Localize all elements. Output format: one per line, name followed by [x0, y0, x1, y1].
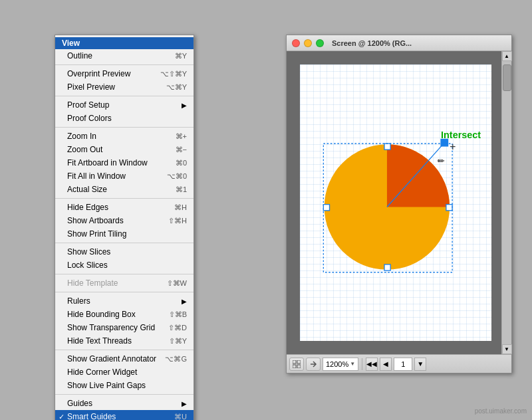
- separator: [55, 64, 194, 65]
- svg-rect-2: [293, 365, 296, 368]
- scrollbar-thumb[interactable]: [503, 64, 511, 91]
- menu-item-rulers[interactable]: Rulers ▶: [55, 294, 194, 308]
- canvas-window: Screen @ 1200% (RG...: [286, 35, 512, 373]
- selection-handle[interactable]: [384, 264, 390, 270]
- canvas-titlebar: Screen @ 1200% (RG...: [287, 35, 511, 51]
- menu-item-hide-bounding-box[interactable]: Hide Bounding Box ⇧⌘B: [55, 308, 194, 321]
- menu-item-hide-corner-widget[interactable]: Hide Corner Widget: [55, 366, 194, 379]
- menu-item-outline[interactable]: Outline ⌘Y: [55, 49, 194, 62]
- menu-item-show-gradient-annotator[interactable]: Show Gradient Annotator ⌥⌘G: [55, 352, 194, 366]
- menu-item-show-transparency-grid[interactable]: Show Transparency Grid ⇧⌘D: [55, 321, 194, 334]
- watermark: post.uimaker.com: [475, 407, 527, 415]
- menu-item-actual-size[interactable]: Actual Size ⌘1: [55, 183, 194, 196]
- share-button[interactable]: [306, 358, 321, 371]
- last-page-dropdown[interactable]: ▼: [414, 358, 426, 371]
- grid-icon: [293, 360, 301, 368]
- zoom-select[interactable]: 1200% ▼: [323, 358, 358, 371]
- zoom-dropdown-arrow[interactable]: ▼: [350, 361, 355, 367]
- separator: [55, 274, 194, 274]
- menu-item-lock-slices[interactable]: Lock Slices: [55, 259, 194, 272]
- zoom-button[interactable]: [316, 39, 324, 47]
- toolbar-separator: [362, 358, 362, 370]
- menu-item-hide-template: Hide Template ⇧⌘W: [55, 276, 194, 290]
- cursor-plus: +: [450, 141, 456, 152]
- canvas-body: + ✏ Intersect ▲ ▼: [287, 51, 511, 354]
- menu-item-pixel[interactable]: Pixel Preview ⌥⌘Y: [55, 80, 194, 94]
- separator: [55, 350, 194, 350]
- pie-chart: + ✏ Intersect: [300, 64, 491, 341]
- selection-handle[interactable]: [384, 144, 390, 150]
- separator: [55, 96, 194, 96]
- first-page-button[interactable]: ◀◀: [366, 358, 378, 371]
- menu-item-proof-colors[interactable]: Proof Colors: [55, 112, 194, 125]
- selection-handle[interactable]: [323, 205, 329, 211]
- scrollbar-right[interactable]: ▲ ▼: [501, 51, 511, 354]
- close-button[interactable]: [292, 39, 300, 47]
- grid-button[interactable]: [289, 358, 304, 371]
- page-input[interactable]: 1: [394, 358, 412, 371]
- menu-item-show-live-paint-gaps[interactable]: Show Live Paint Gaps: [55, 379, 194, 392]
- separator: [55, 394, 194, 395]
- intersect-label: Intersect: [441, 130, 481, 140]
- canvas-toolbar: 1200% ▼ ◀◀ ◀ 1 ▼: [287, 354, 511, 373]
- separator: [55, 198, 194, 199]
- menu-item-show-artboards[interactable]: Show Artboards ⇧⌘H: [55, 214, 194, 227]
- menu-item-show-print-tiling[interactable]: Show Print Tiling: [55, 227, 194, 241]
- separator: [55, 127, 194, 128]
- zoom-value: 1200%: [326, 360, 348, 368]
- prev-page-button[interactable]: ◀: [380, 358, 392, 371]
- share-icon: [309, 360, 317, 368]
- canvas-title: Screen @ 1200% (RG...: [332, 39, 412, 47]
- separator: [55, 292, 194, 292]
- svg-rect-0: [293, 360, 296, 364]
- menu-item-show-slices[interactable]: Show Slices: [55, 245, 194, 259]
- selection-handle[interactable]: [446, 205, 452, 211]
- menu-item-hide-text-threads[interactable]: Hide Text Threads ⇧⌘Y: [55, 334, 194, 348]
- menu-item-smart-guides[interactable]: ✓ Smart Guides ⌘U: [55, 410, 194, 420]
- canvas-artboard: + ✏ Intersect: [300, 64, 491, 341]
- menu-item-zoom-out[interactable]: Zoom Out ⌘−: [55, 143, 194, 156]
- menu-item-proof-setup[interactable]: Proof Setup ▶: [55, 98, 194, 112]
- menu-item-zoom-in[interactable]: Zoom In ⌘+: [55, 130, 194, 143]
- menu-item-overprint[interactable]: Overprint Preview ⌥⇧⌘Y: [55, 67, 194, 80]
- scroll-up-arrow[interactable]: ▲: [502, 51, 512, 61]
- menu-item-fit-artboard[interactable]: Fit Artboard in Window ⌘0: [55, 156, 194, 169]
- checkmark-icon: ✓: [59, 411, 65, 420]
- minimize-button[interactable]: [304, 39, 312, 47]
- menu-item-hide-edges[interactable]: Hide Edges ⌘H: [55, 201, 194, 214]
- svg-rect-1: [297, 360, 301, 364]
- scroll-down-arrow[interactable]: ▼: [502, 344, 512, 354]
- menu-item-guides[interactable]: Guides ▶: [55, 397, 194, 410]
- canvas-content: + ✏ Intersect: [287, 51, 501, 354]
- menu-item-fit-all[interactable]: Fit All in Window ⌥⌘0: [55, 169, 194, 183]
- svg-rect-3: [297, 365, 301, 368]
- menu-header: View: [55, 37, 194, 49]
- separator: [55, 243, 194, 243]
- pen-tool-cursor: ✏: [438, 152, 445, 166]
- view-menu: View Outline ⌘Y Overprint Preview ⌥⇧⌘Y P…: [55, 35, 194, 420]
